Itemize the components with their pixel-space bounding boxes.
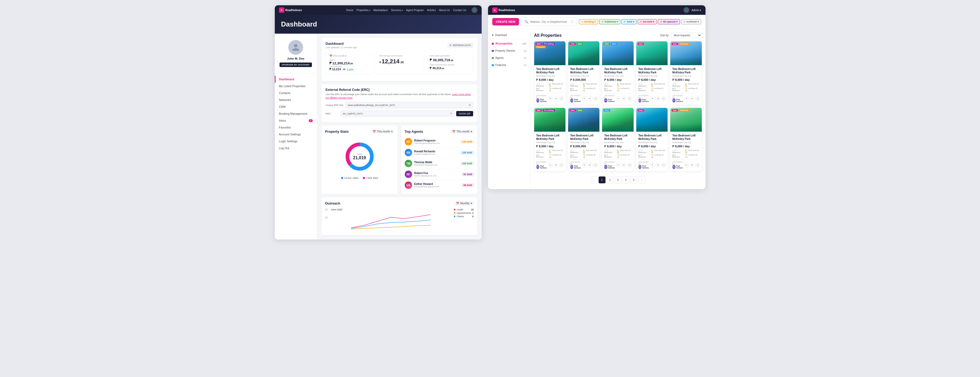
sidebar-item-logout[interactable]: Log Out: [275, 145, 317, 152]
pagination-page-1[interactable]: 1: [598, 176, 606, 183]
upgrade-button[interactable]: UPGRADE MY ACCOUNT: [280, 63, 312, 67]
prop-share-btn-10[interactable]: ⟳: [690, 163, 695, 168]
filter-pending[interactable]: ✓ Pending ▾: [579, 19, 598, 24]
property-card-7[interactable]: Sale New Two Bedroom Loft McKinley Park …: [568, 108, 600, 171]
prop-edit-btn-1[interactable]: ✎: [548, 96, 553, 101]
property-card-1[interactable]: Sale Pre-Selling Featured Two Bedroom Lo…: [534, 41, 565, 105]
agent-item-5[interactable]: EH Esther Howard eHoward1991@gmail.com 8…: [405, 180, 474, 190]
search-input[interactable]: [530, 21, 569, 23]
property-img-9: Sale: [636, 108, 668, 131]
search-help-icon[interactable]: ⓘ: [571, 20, 573, 24]
property-card-3[interactable]: New Rent Two Bedroom Loft McKinley Park …: [602, 41, 633, 105]
sidebar-item-account-settings[interactable]: Account Settings: [275, 131, 317, 138]
filter-on-hold[interactable]: ✓ On-Hold ▾: [638, 19, 657, 24]
prop-info-btn-3[interactable]: ⓘ: [627, 96, 632, 101]
show-qr-button[interactable]: SHOW QR: [456, 111, 473, 116]
prop-share-btn-7[interactable]: ⟳: [588, 163, 592, 168]
prop-info-btn-9[interactable]: ⓘ: [661, 163, 666, 168]
prop-info-btn-2[interactable]: ⓘ: [593, 96, 598, 101]
prop-share-btn-9[interactable]: ⟳: [655, 163, 660, 168]
nav-marketplace[interactable]: Marketplace: [374, 9, 388, 12]
property-card-6[interactable]: Sale Pre-Selling Two Bedroom Loft McKinl…: [534, 108, 565, 171]
prop-edit-btn-2[interactable]: ✎: [582, 96, 587, 101]
rs-property-owners[interactable]: Property Owners 18: [488, 47, 530, 54]
erc-code-copy-button[interactable]: ✎: [450, 112, 452, 115]
property-card-9[interactable]: Sale Two Bedroom Loft McKinley Park Munt…: [636, 108, 668, 171]
sidebar-item-login-settings[interactable]: Login Settings: [275, 138, 317, 145]
erc-code-input[interactable]: erc_rzyEVG_OsT1 ✎: [340, 111, 455, 117]
user-avatar-nav[interactable]: 👤: [472, 7, 477, 13]
prop-info-btn-5[interactable]: ⓘ: [695, 96, 700, 101]
prop-edit-btn-4[interactable]: ✎: [650, 96, 655, 101]
prop-info-btn-4[interactable]: ⓘ: [661, 96, 666, 101]
outreach-period-selector[interactable]: 📅 Monthly ▾: [454, 201, 473, 206]
agent-item-1[interactable]: RF Robert Ferguson robertferguson@gmail.…: [405, 136, 474, 147]
sidebar-item-booking[interactable]: Booking Management: [275, 110, 317, 117]
sidebar-item-favorites[interactable]: Favorites: [275, 124, 317, 131]
nav-home[interactable]: Home: [346, 9, 353, 12]
sidebar-item-dashboard[interactable]: Dashboard: [275, 76, 317, 83]
prop-edit-btn-8[interactable]: ✎: [616, 163, 621, 168]
filter-published[interactable]: ✓ Published ▾: [599, 19, 620, 24]
nav-about[interactable]: About Us: [439, 9, 450, 12]
prop-edit-btn-6[interactable]: ✎: [548, 163, 553, 168]
prop-share-btn-6[interactable]: ⟳: [554, 163, 558, 168]
prop-edit-btn-3[interactable]: ✎: [616, 96, 621, 101]
prop-share-btn-5[interactable]: ⟳: [690, 96, 695, 101]
top-agents-month[interactable]: 📅 This month ▾: [450, 129, 473, 134]
sidebar-item-contacts[interactable]: Contacts: [275, 90, 317, 97]
rs-featured[interactable]: Featured 18: [488, 62, 530, 69]
prop-edit-btn-7[interactable]: ✎: [582, 163, 587, 168]
prop-share-btn-2[interactable]: ⟳: [588, 96, 592, 101]
nav-agent-program[interactable]: Agent Program: [406, 9, 424, 12]
agent-item-3[interactable]: TW Theresa Webb thewebb001@gmail.com 105…: [405, 158, 474, 169]
property-card-5[interactable]: Sale Featured Two Bedroom Loft McKinley …: [670, 41, 702, 105]
prop-info-btn-8[interactable]: ⓘ: [627, 163, 632, 168]
sidebar-item-crm[interactable]: CRM: [275, 103, 317, 110]
sidebar-item-networks[interactable]: Networks: [275, 97, 317, 103]
sort-select[interactable]: Most Inquiries Newest Oldest Price: Low …: [671, 33, 702, 38]
prop-info-btn-7[interactable]: ⓘ: [593, 163, 598, 168]
refresh-button[interactable]: ↻ REFRESH DATA: [447, 43, 473, 48]
pagination-page-5[interactable]: 5: [630, 176, 637, 183]
nav-contact[interactable]: Contact Us: [453, 9, 466, 12]
prop-share-btn-4[interactable]: ⟳: [655, 96, 660, 101]
create-new-button[interactable]: CREATE NEW: [492, 18, 519, 25]
prop-edit-btn-10[interactable]: ✎: [684, 163, 689, 168]
month-selector-box[interactable]: 📅 This month ▾: [329, 55, 369, 57]
erc-copy-button[interactable]: ⧉: [469, 104, 471, 107]
property-card-2[interactable]: Sale New Two Bedroom Loft McKinley Park …: [568, 41, 600, 105]
download-button[interactable]: ⬇ Download: [488, 32, 530, 39]
property-stats-month[interactable]: 📅 This month ▾: [371, 129, 394, 134]
prop-share-btn-1[interactable]: ⟳: [554, 96, 558, 101]
nav-properties[interactable]: Properties: [356, 9, 370, 12]
prop-edit-btn-9[interactable]: ✎: [650, 163, 655, 168]
pagination-page-3[interactable]: 3: [614, 176, 621, 183]
filter-archived[interactable]: ✓ Archived ▾: [681, 19, 701, 24]
nav-services[interactable]: Services: [391, 9, 403, 12]
sidebar-item-inbox[interactable]: Inbox 2: [275, 117, 317, 124]
filter-re-opened[interactable]: ✓ Re-opened ▾: [658, 19, 680, 24]
pagination-prev[interactable]: ‹: [591, 176, 598, 183]
right-user-avatar[interactable]: 👤: [684, 7, 689, 13]
sidebar-item-listed-properties[interactable]: My Listed Properties: [275, 83, 317, 90]
rs-agents[interactable]: Agents 18: [488, 54, 530, 62]
prop-info-btn-6[interactable]: ⓘ: [559, 163, 564, 168]
agent-item-4[interactable]: RF Robert Fox RobFox@1@gmail.com 91 Sold: [405, 169, 474, 180]
property-card-4[interactable]: Sale Two Bedroom Loft McKinley Park Munt…: [636, 41, 668, 105]
prop-info-btn-10[interactable]: ⓘ: [695, 163, 700, 168]
rs-all-properties[interactable]: All properties 107: [488, 40, 530, 47]
prop-edit-btn-5[interactable]: ✎: [684, 96, 689, 101]
erc-link-input[interactable]: www.realholmes.ph/reg1_erc=rzyEVG_OsT1 ⧉: [345, 102, 473, 108]
pagination-next[interactable]: ›: [638, 176, 645, 183]
prop-info-btn-1[interactable]: ⓘ: [559, 96, 564, 101]
prop-share-btn-8[interactable]: ⟳: [622, 163, 627, 168]
property-card-8[interactable]: Rent Two Bedroom Loft McKinley Park Munt…: [602, 108, 633, 171]
pagination-page-2[interactable]: 2: [606, 176, 614, 183]
filter-sold[interactable]: ✓ Sold ▾: [621, 19, 636, 24]
nav-articles[interactable]: Articles: [427, 9, 436, 12]
agent-item-2[interactable]: RR Ronald Richards ronald123@gmail.com 1…: [405, 147, 474, 158]
pagination-page-4[interactable]: 4: [622, 176, 629, 183]
prop-share-btn-3[interactable]: ⟳: [622, 96, 627, 101]
property-card-10[interactable]: Sale Featured Two Bedroom Loft McKinley …: [670, 108, 702, 171]
